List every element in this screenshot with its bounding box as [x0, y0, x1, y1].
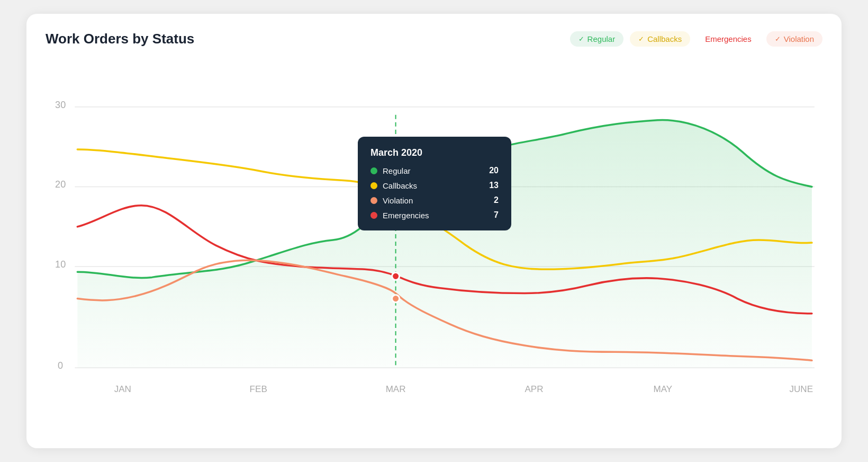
legend-violation[interactable]: ✓ Violation [766, 31, 822, 47]
legend-callbacks[interactable]: ✓ Callbacks [630, 31, 690, 47]
check-icon-callbacks: ✓ [638, 35, 644, 43]
check-icon: ✓ [578, 35, 584, 43]
legend-regular[interactable]: ✓ Regular [570, 31, 624, 47]
legend-emergencies-label: Emergencies [705, 34, 752, 43]
chart-title: Work Orders by Status [46, 31, 194, 47]
y-axis-0: 0 [58, 360, 63, 371]
chart-svg: 30 20 10 0 [46, 60, 822, 420]
y-axis-30: 30 [55, 100, 66, 110]
x-feb: FEB [250, 384, 267, 394]
emergencies-mar-dot [392, 272, 400, 280]
regular-mar-dot [392, 184, 400, 191]
x-mar: MAR [386, 384, 406, 394]
x-apr: APR [525, 384, 543, 394]
check-icon-violation: ✓ [775, 35, 781, 43]
chart-area: 30 20 10 0 [46, 60, 822, 420]
x-may: MAY [653, 384, 672, 394]
legend-callbacks-label: Callbacks [647, 34, 682, 43]
legend-emergencies[interactable]: Emergencies [697, 31, 760, 47]
legend-violation-label: Violation [784, 34, 814, 43]
chart-card: Work Orders by Status ✓ Regular ✓ Callba… [26, 14, 842, 448]
callbacks-mar-dot [392, 205, 400, 212]
chart-header: Work Orders by Status ✓ Regular ✓ Callba… [46, 31, 822, 47]
y-axis-10: 10 [55, 259, 66, 270]
x-jan: JAN [114, 384, 131, 394]
violation-mar-dot [392, 295, 400, 303]
x-june: JUNE [789, 384, 813, 394]
legend: ✓ Regular ✓ Callbacks Emergencies ✓ Viol… [570, 31, 822, 47]
legend-regular-label: Regular [587, 34, 616, 43]
y-axis-20: 20 [55, 179, 66, 190]
